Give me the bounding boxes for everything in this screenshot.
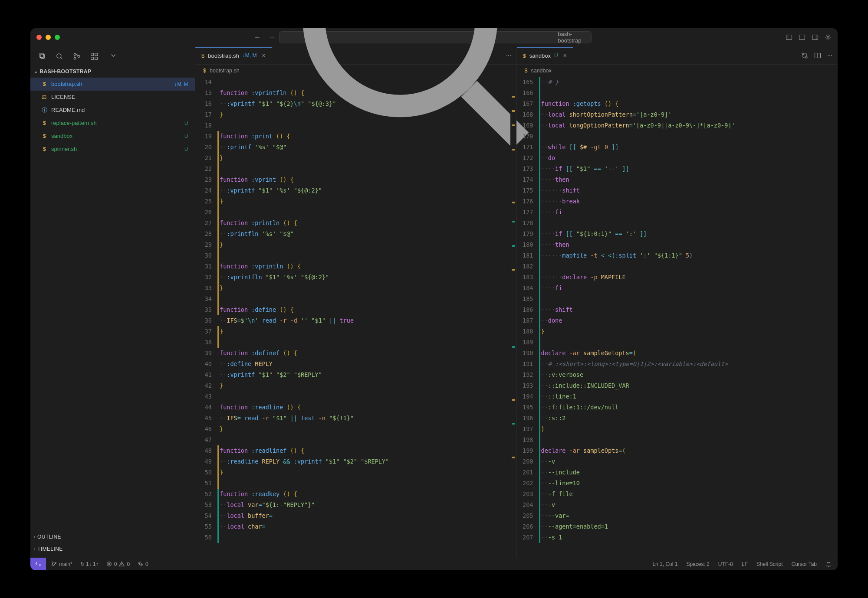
nav-forward-icon[interactable]: → — [269, 33, 276, 41]
shell-file-icon: $ — [41, 120, 48, 126]
ports-status[interactable]: 0 — [138, 561, 148, 567]
file-name: spinner.sh — [51, 146, 77, 152]
caret-right-icon: › — [34, 534, 36, 539]
panel-left-icon[interactable] — [786, 34, 792, 41]
explorer-sidebar: ⌄ BASH-BOOTSTRAP $bootstrap.shM, M⚖LICEN… — [30, 47, 195, 558]
editor-pane-right: $ sandbox U × ⋯ $ sandbox — [517, 47, 838, 558]
file-name: sandbox — [51, 133, 72, 139]
project-title: BASH-BOOTSTRAP — [39, 69, 91, 75]
file-name: README.md — [51, 107, 85, 113]
bell-icon[interactable] — [825, 561, 832, 567]
titlebar: ← → bash-bootstrap — [30, 28, 838, 47]
tab-git-badge: U — [554, 52, 558, 59]
minimize-window[interactable] — [46, 35, 51, 40]
tab-sandbox[interactable]: $ sandbox U × — [517, 47, 573, 64]
code-left[interactable]: function :vprintfln () {··:vprintf "$1" … — [220, 77, 510, 558]
close-tab-icon[interactable]: × — [262, 52, 265, 59]
svg-rect-11 — [91, 53, 94, 56]
compare-changes-icon[interactable] — [801, 52, 808, 59]
customize-layout-icon[interactable] — [825, 34, 832, 41]
code-right[interactable]: ··# }function :getopts () {··local short… — [541, 77, 832, 558]
cursor-tab[interactable]: Cursor Tab — [792, 561, 817, 567]
tab-git-badge: ↓M, M — [243, 52, 257, 59]
tab-label: sandbox — [529, 52, 551, 59]
split-editor-icon[interactable] — [814, 52, 821, 59]
file-row[interactable]: $spinner.shU — [30, 143, 195, 156]
project-header[interactable]: ⌄ BASH-BOOTSTRAP — [30, 65, 195, 78]
encoding[interactable]: UTF-8 — [718, 561, 733, 567]
svg-point-22 — [139, 563, 141, 565]
svg-point-4 — [827, 36, 829, 38]
overview-ruler-right[interactable] — [832, 77, 838, 558]
file-name: replace-pattern.sh — [51, 120, 97, 126]
gutter-right: 1651661671681691701711721731741751761771… — [517, 77, 541, 558]
more-actions-icon[interactable]: ⋯ — [827, 52, 832, 59]
overflow-chevron-icon[interactable] — [109, 52, 117, 61]
file-name: LICENSE — [51, 94, 76, 100]
file-row[interactable]: ⓘREADME.md — [30, 104, 195, 117]
search-panel-icon[interactable] — [56, 52, 63, 60]
explorer-tabs — [30, 47, 195, 65]
problems-status[interactable]: 0 0 — [106, 561, 130, 567]
extensions-icon[interactable] — [90, 52, 98, 60]
svg-rect-14 — [95, 53, 98, 56]
shell-file-icon: $ — [203, 68, 206, 74]
traffic-lights — [36, 35, 60, 40]
command-center-text: bash-bootstrap — [558, 31, 591, 44]
svg-rect-13 — [95, 57, 98, 59]
shell-file-icon: $ — [41, 146, 48, 152]
svg-point-16 — [806, 56, 807, 58]
license-icon: ⚖ — [41, 94, 48, 100]
tabs-right: $ sandbox U × ⋯ — [517, 47, 838, 65]
eol[interactable]: LF — [742, 561, 748, 567]
shell-file-icon: $ — [41, 133, 48, 139]
branch-status[interactable]: main* — [51, 561, 72, 567]
nav-back-icon[interactable]: ← — [254, 33, 261, 41]
git-badge: U — [184, 121, 190, 126]
shell-file-icon: $ — [523, 52, 526, 59]
editor-group: $ bootstrap.sh ↓M, M × ⋯ $ bootstrap.sh — [195, 47, 838, 558]
svg-rect-2 — [799, 35, 805, 40]
svg-rect-3 — [812, 35, 818, 40]
indent-setting[interactable]: Spaces: 2 — [686, 561, 709, 567]
gutter-left: 1415161718192021222324252627282930313233… — [195, 77, 220, 558]
svg-point-7 — [57, 53, 61, 58]
svg-rect-1 — [786, 35, 792, 40]
explorer-icon[interactable] — [38, 52, 46, 60]
svg-point-20 — [55, 562, 56, 563]
svg-rect-6 — [41, 54, 44, 58]
file-row[interactable]: ⚖LICENSE — [30, 91, 195, 104]
language-mode[interactable]: Shell Script — [756, 561, 783, 567]
panel-bottom-icon[interactable] — [799, 34, 806, 41]
command-center[interactable]: bash-bootstrap — [279, 31, 592, 43]
git-badge: M, M — [174, 82, 190, 87]
overview-ruler-left[interactable] — [510, 77, 516, 558]
close-window[interactable] — [36, 35, 42, 40]
scm-icon[interactable] — [73, 52, 81, 60]
svg-point-18 — [52, 562, 53, 563]
code-area-left[interactable]: 1415161718192021222324252627282930313233… — [195, 77, 516, 558]
shell-file-icon: $ — [201, 52, 204, 59]
sync-status[interactable]: ↻ 1↓ 1↑ — [80, 561, 99, 567]
panel-right-icon[interactable] — [812, 34, 819, 41]
code-area-right[interactable]: 1651661671681691701711721731741751761771… — [517, 77, 838, 558]
outline-section[interactable]: › OUTLINE — [30, 531, 195, 543]
git-badge: U — [184, 134, 190, 139]
file-row[interactable]: $sandboxU — [30, 130, 195, 143]
svg-rect-5 — [40, 53, 43, 57]
breadcrumb-right[interactable]: $ sandbox — [517, 65, 838, 77]
zoom-window[interactable] — [55, 35, 60, 40]
tab-bootstrap[interactable]: $ bootstrap.sh ↓M, M × — [195, 47, 272, 64]
remote-indicator[interactable] — [30, 558, 46, 570]
main-region: ⌄ BASH-BOOTSTRAP $bootstrap.shM, M⚖LICEN… — [30, 47, 838, 558]
cursor-position[interactable]: Ln 1, Col 1 — [652, 561, 677, 567]
caret-down-icon: ⌄ — [34, 69, 38, 74]
timeline-section[interactable]: › TIMELINE — [30, 543, 195, 555]
close-tab-icon[interactable]: × — [563, 52, 567, 59]
caret-right-icon: › — [34, 546, 36, 552]
file-row[interactable]: $replace-pattern.shU — [30, 117, 195, 130]
file-row[interactable]: $bootstrap.shM, M — [30, 78, 195, 91]
svg-point-9 — [74, 57, 76, 59]
shell-file-icon: $ — [41, 81, 48, 87]
svg-point-19 — [52, 565, 53, 566]
